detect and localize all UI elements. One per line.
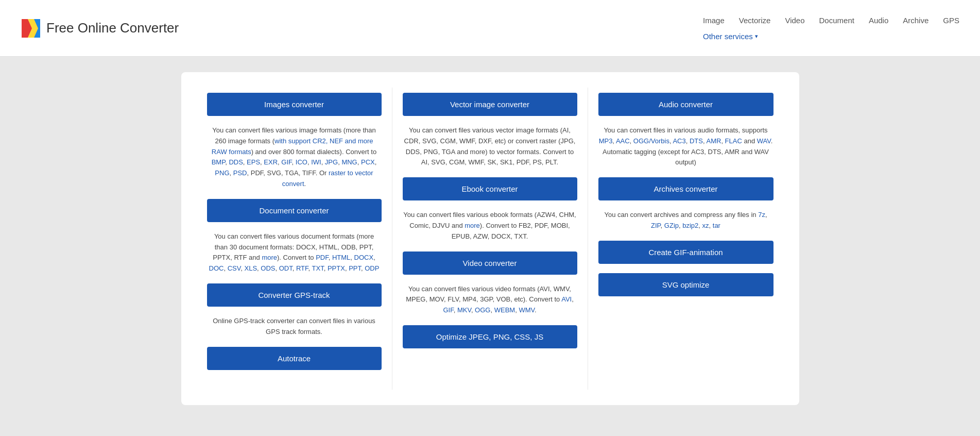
csv-link[interactable]: CSV (228, 264, 241, 272)
ac3-link[interactable]: AC3 (673, 137, 685, 145)
column-2: Vector image converter You can convert f… (392, 88, 588, 390)
doc-more-link[interactable]: more (262, 254, 277, 261)
nav-audio[interactable]: Audio (869, 16, 888, 25)
images-converter-desc: You can convert files various image form… (207, 125, 382, 190)
vector-image-converter-desc: You can convert files various vector ima… (403, 125, 577, 168)
wav-link[interactable]: WAV (757, 137, 771, 145)
7z-link[interactable]: 7z (758, 211, 765, 219)
logo-icon (21, 18, 41, 39)
doc-link[interactable]: DOC (209, 264, 224, 272)
ogg-vorbis-link[interactable]: OGG/Vorbis (633, 137, 669, 145)
mng-link[interactable]: MNG (341, 158, 357, 166)
logo-title: Free Online Converter (46, 20, 179, 36)
aac-link[interactable]: AAC (616, 137, 630, 145)
psd-link[interactable]: PSD (233, 169, 247, 177)
exr-link[interactable]: EXR (264, 158, 278, 166)
main-content: Images converter You can convert files v… (0, 57, 980, 436)
nav-links-row: Image Vectorize Video Document Audio Arc… (703, 16, 959, 25)
vector-image-converter-btn[interactable]: Vector image converter (403, 93, 577, 116)
jpg-link[interactable]: JPG (325, 158, 338, 166)
raster-vector-link[interactable]: raster to vector convert (282, 169, 373, 188)
ebook-converter-desc: You can convert files various ebook form… (403, 210, 577, 242)
other-services-row: Other services ▾ (703, 32, 758, 41)
xls-link[interactable]: XLS (245, 264, 257, 272)
amr-link[interactable]: AMR (706, 137, 721, 145)
wmv-link[interactable]: WMV (519, 306, 535, 314)
zip-link[interactable]: ZIP (651, 222, 661, 229)
dds-link[interactable]: DDS (229, 158, 243, 166)
flac-link[interactable]: FLAC (725, 137, 742, 145)
gif-animation-btn[interactable]: Create GIF-animation (598, 241, 773, 264)
gzip-link[interactable]: GZip (664, 222, 679, 229)
archives-converter-desc: You can convert archives and compress an… (598, 210, 773, 231)
mp3-link[interactable]: MP3 (599, 137, 613, 145)
svg-optimize-btn[interactable]: SVG optimize (598, 273, 773, 296)
column-1: Images converter You can convert files v… (197, 88, 392, 390)
tar-link[interactable]: tar (713, 222, 720, 229)
document-converter-desc: You can convert files various document f… (207, 231, 382, 274)
png-link[interactable]: PNG (215, 169, 229, 177)
pdf-link[interactable]: PDF (316, 254, 329, 261)
mkv-link[interactable]: MKV (457, 306, 471, 314)
chevron-down-icon: ▾ (755, 33, 758, 40)
xz-link[interactable]: xz (702, 222, 709, 229)
gps-converter-btn[interactable]: Converter GPS-track (207, 283, 382, 307)
nav-gps[interactable]: GPS (943, 16, 959, 25)
video-converter-btn[interactable]: Video converter (403, 251, 577, 275)
other-services-link[interactable]: Other services ▾ (703, 32, 758, 41)
other-services-label: Other services (703, 32, 753, 41)
audio-converter-desc: You can convert files in various audio f… (598, 125, 773, 168)
dts-link[interactable]: DTS (690, 137, 703, 145)
ebook-more-link[interactable]: more (465, 222, 480, 229)
avi-link[interactable]: AVI (561, 295, 572, 303)
images-converter-btn[interactable]: Images converter (207, 93, 382, 116)
iwi-link[interactable]: IWI (311, 158, 321, 166)
pptx-link[interactable]: PPTX (328, 264, 345, 272)
archives-converter-btn[interactable]: Archives converter (598, 177, 773, 200)
nav-archive[interactable]: Archive (903, 16, 929, 25)
bzip2-link[interactable]: bzip2 (682, 222, 698, 229)
ico-link[interactable]: ICO (296, 158, 307, 166)
nav-vectorize[interactable]: Vectorize (739, 16, 771, 25)
pcx-link[interactable]: PCX (361, 158, 375, 166)
audio-converter-btn[interactable]: Audio converter (598, 93, 773, 116)
raw-formats-link[interactable]: with support CR2, NEF and more RAW forma… (212, 137, 373, 156)
gif-video-link[interactable]: GIF (443, 306, 453, 314)
document-converter-btn[interactable]: Document converter (207, 199, 382, 222)
rtf-link[interactable]: RTF (296, 264, 308, 272)
bmp-link[interactable]: BMP (212, 158, 226, 166)
ebook-converter-btn[interactable]: Ebook converter (403, 177, 577, 200)
eps-link[interactable]: EPS (247, 158, 260, 166)
header: Free Online Converter Image Vectorize Vi… (0, 0, 980, 57)
html-link[interactable]: HTML (332, 254, 350, 261)
top-nav: Image Vectorize Video Document Audio Arc… (703, 16, 959, 41)
ogg-link[interactable]: OGG (475, 306, 490, 314)
nav-image[interactable]: Image (703, 16, 725, 25)
gps-converter-desc: Online GPS-track converter can convert f… (207, 316, 382, 338)
video-converter-desc: You can convert files various video form… (403, 284, 577, 316)
docx-link[interactable]: DOCX (354, 254, 374, 261)
column-3: Audio converter You can convert files in… (588, 88, 784, 390)
autotrace-btn[interactable]: Autotrace (207, 347, 382, 370)
ppt-link[interactable]: PPT (349, 264, 361, 272)
cards-grid: Images converter You can convert files v… (181, 72, 799, 405)
optimize-btn[interactable]: Optimize JPEG, PNG, CSS, JS (403, 325, 577, 348)
odt-link[interactable]: ODT (279, 264, 293, 272)
ods-link[interactable]: ODS (261, 264, 275, 272)
odp-link[interactable]: ODP (365, 264, 379, 272)
gif-link[interactable]: GIF (281, 158, 291, 166)
logo-area: Free Online Converter (21, 18, 179, 39)
webm-link[interactable]: WEBM (494, 306, 515, 314)
nav-document[interactable]: Document (819, 16, 854, 25)
nav-video[interactable]: Video (785, 16, 804, 25)
txt-link[interactable]: TXT (312, 264, 324, 272)
